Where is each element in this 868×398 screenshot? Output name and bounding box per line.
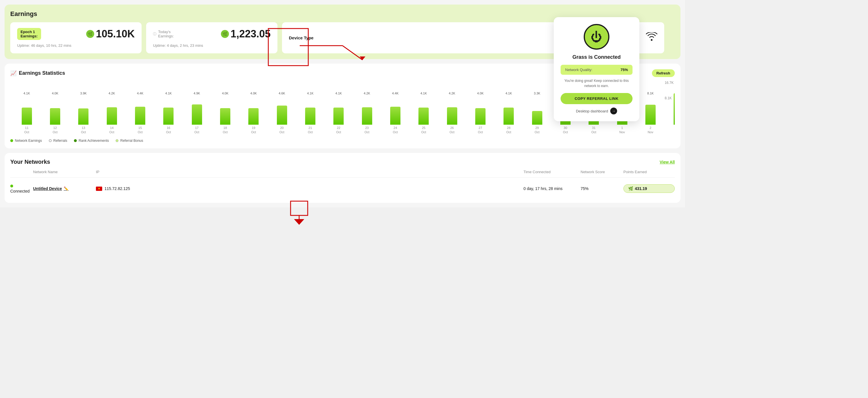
bar-label: 14Oct [109, 126, 114, 134]
epoch-uptime: Uptime: 46 days, 10 hrs, 22 mins [17, 43, 135, 48]
col-points: Points Earned [623, 170, 675, 174]
bar-group: 16.7K 3Nov [665, 92, 675, 134]
bar-label: 12Oct [53, 126, 57, 134]
bar-label: 30Oct [563, 126, 568, 134]
bar-label: 21Oct [308, 126, 313, 134]
bar-label: 29Oct [535, 126, 539, 134]
copy-referral-button[interactable]: COPY REFERRAL LINK [561, 93, 632, 104]
bar-value: 4.9K [193, 92, 200, 95]
bar-group: 4.1K 21Oct [296, 92, 324, 134]
power-button-circle[interactable]: ⏻ [584, 24, 610, 49]
bar-group: 4.2K 14Oct [98, 92, 126, 134]
today-earnings-card: ⓘ Today'sEarnings: 🌿 1,223.05 Uptime: 4 … [146, 22, 277, 53]
bar-group: 4.4K 15Oct [126, 92, 154, 134]
bar-wrapper [645, 96, 656, 125]
legend-dot-filled [10, 139, 13, 142]
bar-wrapper [248, 96, 258, 125]
bar-value: 4.1K [335, 92, 342, 95]
flag-icon: ★ [96, 187, 102, 191]
bar-label: 27Oct [478, 126, 483, 134]
bar [503, 107, 514, 125]
bar-value: 8.1K [647, 92, 654, 95]
col-status [10, 170, 33, 174]
bar-group: 8.1K 2Nov [636, 92, 664, 134]
bar-wrapper [532, 96, 542, 125]
arrow-circle-icon: → [610, 107, 617, 114]
networks-section: Your Networks View All Network Name IP T… [5, 153, 680, 203]
bar [107, 107, 117, 125]
bar-wrapper [305, 96, 315, 125]
bar-group: 3.9K 13Oct [69, 92, 98, 134]
bar-wrapper [447, 96, 457, 125]
bar-wrapper [333, 96, 344, 125]
bar-label: 23Oct [365, 126, 369, 134]
bar-group: 4.0K 19Oct [240, 92, 268, 134]
view-all-link[interactable]: View All [660, 160, 675, 164]
bar [192, 104, 202, 125]
bar-value: 4.4K [392, 92, 399, 95]
network-quality-bar: Network Quality: 75% [561, 65, 632, 75]
legend-network-earnings: Network Earnings [10, 139, 42, 143]
bar-label: 20Oct [279, 126, 284, 134]
bar [532, 111, 542, 125]
info-icon: ⓘ [153, 32, 156, 36]
bar-wrapper [107, 96, 117, 125]
desktop-dashboard-link[interactable]: Desktop dashboard → [561, 107, 632, 114]
networks-title: Your Networks [10, 159, 50, 165]
epoch-label: Epoch 1Earnings: [17, 28, 41, 40]
bar-group: 4.2K 26Oct [438, 92, 466, 134]
bar-wrapper [22, 96, 32, 125]
points-earned-cell: 🌿 431.19 [623, 184, 675, 193]
table-header: Network Name IP Time Connected Network S… [10, 170, 675, 178]
leaf-icon: 🌿 [86, 30, 94, 38]
desktop-dashboard-label: Desktop dashboard [576, 109, 608, 113]
today-value: 🌿 1,223.05 [221, 28, 271, 40]
bar-label: 11Oct [24, 126, 29, 134]
bar [277, 106, 287, 125]
bar-label: 24Oct [393, 126, 398, 134]
bar-wrapper [475, 96, 486, 125]
bar [447, 107, 457, 125]
bar-value: 4.1K [165, 92, 172, 95]
bar-wrapper [503, 96, 514, 125]
bar-value: 4.0K [477, 92, 484, 95]
legend-referral-bonus: Referral Bonus [116, 139, 143, 143]
bar-group: 4.4K 24Oct [381, 92, 409, 134]
device-name-cell: Untitled Device ✏️ [33, 186, 96, 191]
bar-label: 28Oct [506, 126, 511, 134]
bar-wrapper [135, 96, 145, 125]
bar [22, 107, 32, 125]
power-icon: ⏻ [591, 31, 602, 43]
bar-label: 19Oct [251, 126, 256, 134]
bar-wrapper [674, 96, 675, 125]
bar-group: 4.1K 16Oct [154, 92, 183, 134]
edit-icon[interactable]: ✏️ [64, 186, 68, 191]
bar-label: 18Oct [223, 126, 227, 134]
legend-dot-outline [49, 139, 52, 142]
leaf-icon-points: 🌿 [628, 186, 633, 191]
bar [248, 108, 258, 125]
bar-label: 16Oct [166, 126, 171, 134]
bar [78, 108, 89, 125]
connected-title: Grass is Connected [561, 54, 632, 60]
bar [390, 107, 400, 125]
network-score-cell: 75% [581, 186, 623, 191]
bar-group: 4.1K 22Oct [324, 92, 353, 134]
bar [674, 93, 675, 125]
ip-cell: ★ 115.72.82.125 [96, 186, 524, 191]
bar-wrapper [163, 96, 174, 125]
down-arrow-annotation [288, 200, 311, 227]
bar-group: 4.1K 11Oct [12, 92, 41, 134]
refresh-button[interactable]: Refresh [652, 69, 675, 77]
bar-value: 4.6K [279, 92, 285, 95]
svg-rect-4 [290, 201, 308, 215]
bar [135, 107, 145, 125]
bar-value: 4.2K [364, 92, 370, 95]
device-type-label: Device Type [289, 35, 313, 40]
doing-great-text: You're doing great! Keep connected to th… [561, 78, 632, 89]
points-badge: 🌿 431.19 [623, 184, 675, 193]
bar-value: 4.1K [421, 92, 427, 95]
legend-rank-achievements: Rank Achievements [74, 139, 109, 143]
bar [475, 108, 486, 125]
bar-group: 4.0K 18Oct [211, 92, 239, 134]
